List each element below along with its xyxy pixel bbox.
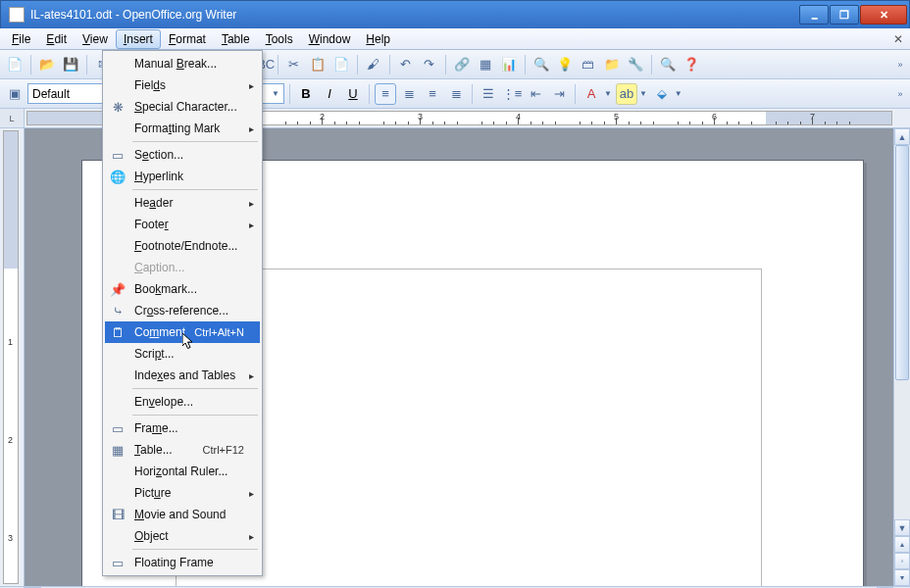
decrease-indent-button[interactable]: ⇤ [525, 83, 546, 105]
hyperlink-icon: 🌐 [105, 170, 130, 184]
bulleted-list-button[interactable]: ⋮≡ [501, 83, 523, 105]
scroll-up-button[interactable]: ▲ [894, 128, 910, 145]
submenu-arrow-icon: ▸ [249, 80, 254, 91]
menu-item-table[interactable]: ▦Table...Ctrl+F12 [105, 439, 260, 461]
toolbar-button-0[interactable]: 📄 [4, 54, 25, 75]
menu-item-object[interactable]: Object▸ [105, 525, 260, 547]
menu-view[interactable]: View [75, 29, 116, 49]
vertical-scrollbar[interactable]: ▲ ▼ ▴ ◦ ▾ [893, 128, 910, 586]
menu-item-indexes-and-tables[interactable]: Indexes and Tables▸ [105, 365, 260, 386]
submenu-arrow-icon: ▸ [249, 198, 254, 209]
background-color-button[interactable]: ⬙ [651, 83, 673, 105]
paragraph-style-value: Default [32, 87, 70, 101]
italic-button[interactable]: I [319, 83, 340, 105]
menu-item-script[interactable]: Script... [105, 343, 260, 365]
menu-item-formatting-mark[interactable]: Formatting Mark▸ [105, 118, 260, 139]
navigation-button[interactable]: ◦ [894, 553, 910, 569]
menu-item-label: Script... [130, 347, 260, 361]
text-frame[interactable] [176, 269, 762, 586]
toolbar-button-16[interactable]: ▦ [475, 54, 496, 75]
menu-window[interactable]: Window [301, 29, 359, 49]
floating-icon: ▭ [105, 556, 130, 570]
align-justify-button[interactable]: ≣ [445, 83, 467, 105]
menu-item-section[interactable]: ▭Section... [105, 144, 260, 166]
menu-item-special-character[interactable]: ❋Special Character... [105, 96, 260, 118]
menu-item-bookmark[interactable]: 📌Bookmark... [105, 278, 260, 300]
menu-item-frame[interactable]: ▭Frame... [105, 417, 260, 439]
align-left-button[interactable]: ≡ [375, 83, 396, 105]
toolbar-button-1[interactable]: 📂 [36, 54, 58, 75]
chevron-down-icon[interactable]: ▼ [637, 89, 649, 98]
chevron-down-icon[interactable]: ▼ [673, 89, 684, 98]
toolbar-button-10[interactable]: 📋 [307, 54, 329, 75]
toolbar-button-23[interactable]: 🔍 [657, 54, 679, 75]
toolbar-button-19[interactable]: 💡 [554, 54, 576, 75]
menu-item-shortcut: Ctrl+Alt+N [194, 326, 260, 338]
menu-item-envelope[interactable]: Envelope... [105, 391, 260, 413]
scroll-thumb[interactable] [895, 145, 909, 380]
vertical-ruler[interactable]: 1 2 3 [0, 128, 25, 586]
toolbar-button-12[interactable]: 🖌 [363, 54, 384, 75]
menu-file[interactable]: File [4, 29, 38, 49]
toolbar-button-2[interactable]: 💾 [60, 54, 81, 75]
submenu-arrow-icon: ▸ [249, 123, 254, 134]
menu-item-hyperlink[interactable]: 🌐Hyperlink [105, 166, 260, 187]
toolbar-button-15[interactable]: 🔗 [451, 54, 473, 75]
menu-item-footer[interactable]: Footer▸ [105, 214, 260, 235]
toolbar-button-11[interactable]: 📄 [330, 54, 352, 75]
bold-button[interactable]: B [295, 83, 317, 105]
toolbar-button-21[interactable]: 📁 [601, 54, 623, 75]
menu-item-cross-reference[interactable]: ⤷Cross-reference... [105, 300, 260, 321]
menu-insert[interactable]: Insert [116, 29, 161, 49]
menu-item-floating-frame[interactable]: ▭Floating Frame [105, 552, 260, 573]
menu-item-header[interactable]: Header▸ [105, 192, 260, 214]
font-color-button[interactable]: A [581, 83, 602, 105]
increase-indent-button[interactable]: ⇥ [548, 83, 570, 105]
movie-icon: 🎞 [105, 508, 130, 522]
table-icon: ▦ [105, 443, 130, 458]
prev-page-button[interactable]: ▴ [894, 536, 910, 553]
menu-help[interactable]: Help [358, 29, 398, 49]
toolbar-button-14[interactable]: ↷ [419, 54, 440, 75]
menu-item-manual-break[interactable]: Manual Break... [105, 53, 260, 74]
menu-item-label: Formatting Mark [130, 122, 260, 135]
toolbar-button-13[interactable]: ↶ [395, 54, 417, 75]
scroll-down-button[interactable]: ▼ [894, 519, 910, 536]
app-icon [9, 7, 25, 23]
menu-item-comment[interactable]: 🗒CommentCtrl+Alt+N [105, 321, 260, 343]
maximize-button[interactable] [830, 5, 859, 24]
chevron-down-icon[interactable]: ▼ [602, 89, 614, 98]
toolbar-button-9[interactable]: ✂ [283, 54, 305, 75]
align-center-button[interactable]: ≣ [398, 83, 420, 105]
menu-item-movie-and-sound[interactable]: 🎞Movie and Sound [105, 504, 260, 525]
document-close-button[interactable]: ✕ [886, 30, 910, 48]
menu-item-label: Picture [130, 486, 260, 500]
chevron-down-icon: ▼ [266, 89, 279, 98]
menu-item-label: Horizontal Ruler... [130, 465, 260, 478]
menu-item-footnote-endnote[interactable]: Footnote/Endnote... [105, 235, 260, 257]
toolbar-button-24[interactable]: ❓ [681, 54, 702, 75]
menu-table[interactable]: Table [214, 29, 258, 49]
toolbar-button-17[interactable]: 📊 [498, 54, 520, 75]
menu-item-fields[interactable]: Fields▸ [105, 74, 260, 96]
menu-item-horizontal-ruler[interactable]: Horizontal Ruler... [105, 461, 260, 482]
toolbar-overflow-icon[interactable]: » [894, 83, 906, 105]
align-right-button[interactable]: ≡ [422, 83, 443, 105]
menu-edit[interactable]: Edit [38, 29, 75, 49]
highlight-button[interactable]: ab [616, 83, 637, 105]
toolbar-overflow-icon[interactable]: » [894, 54, 906, 75]
close-button[interactable] [860, 5, 907, 24]
toolbar-button-18[interactable]: 🔍 [531, 54, 552, 75]
menu-bar: FileEditViewInsertFormatTableToolsWindow… [0, 28, 910, 50]
styles-window-icon[interactable]: ▣ [4, 83, 25, 105]
minimize-button[interactable] [799, 5, 829, 24]
toolbar-button-20[interactable]: 🗃 [578, 54, 599, 75]
special-icon: ❋ [105, 100, 130, 115]
next-page-button[interactable]: ▾ [894, 569, 910, 586]
toolbar-button-22[interactable]: 🔧 [625, 54, 646, 75]
menu-format[interactable]: Format [161, 29, 214, 49]
underline-button[interactable]: U [342, 83, 364, 105]
numbered-list-button[interactable]: ☰ [478, 83, 499, 105]
menu-tools[interactable]: Tools [258, 29, 301, 49]
menu-item-picture[interactable]: Picture▸ [105, 482, 260, 504]
